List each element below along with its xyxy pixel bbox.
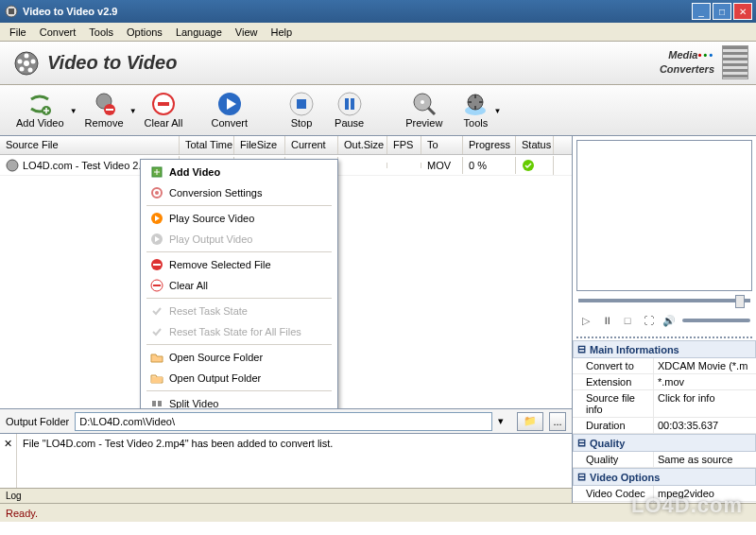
chevron-down-icon[interactable]: ▾ <box>498 415 511 427</box>
close-log-button[interactable]: ✕ <box>0 434 17 488</box>
menu-file[interactable]: File <box>4 25 32 40</box>
title-bar: Video to Video v2.9 _ □ ✕ <box>0 0 756 23</box>
menu-tools[interactable]: Tools <box>83 25 119 40</box>
svg-point-25 <box>7 160 18 171</box>
collapse-icon[interactable]: ⊟ <box>577 343 586 355</box>
remove-button[interactable]: Remove ▼ <box>75 89 134 131</box>
clear-icon <box>150 279 163 292</box>
svg-point-7 <box>20 66 25 71</box>
ctx-split-video[interactable]: Split Video <box>143 393 335 408</box>
section-main-info[interactable]: ⊟Main Informations <box>573 340 756 358</box>
output-folder-input[interactable] <box>75 412 492 431</box>
video-file-icon <box>6 159 19 172</box>
ctx-remove-selected[interactable]: Remove Selected File <box>143 254 335 275</box>
collapse-icon[interactable]: ⊟ <box>577 437 586 449</box>
minimize-button[interactable]: _ <box>692 3 711 20</box>
clear-icon <box>151 92 176 116</box>
check-icon <box>150 304 163 318</box>
collapse-icon[interactable]: ⊟ <box>577 471 586 483</box>
grid-body[interactable]: LO4D.com - Test Video 2.mp4 00:03:35 1.2… <box>0 155 572 408</box>
svg-rect-19 <box>345 98 349 110</box>
menu-convert[interactable]: Convert <box>34 25 82 40</box>
play-button[interactable]: ▷ <box>578 313 593 328</box>
stop-button[interactable]: Stop <box>279 89 324 131</box>
menu-help[interactable]: Help <box>265 25 298 40</box>
volume-slider[interactable] <box>682 319 750 322</box>
svg-rect-37 <box>158 401 162 406</box>
ctx-add-video[interactable]: Add Video <box>143 162 335 182</box>
preview-button[interactable]: Preview <box>395 89 453 131</box>
pause-button[interactable]: ⏸ <box>599 313 614 328</box>
ctx-open-output-folder[interactable]: Open Output Folder <box>143 368 335 388</box>
folder-open-icon <box>150 371 163 385</box>
ctx-open-source-folder[interactable]: Open Source Folder <box>143 347 335 368</box>
folder-icon <box>150 351 163 364</box>
volume-icon[interactable]: 🔊 <box>662 313 677 328</box>
col-outsize[interactable]: Out.Size <box>338 136 387 154</box>
play-icon <box>150 212 163 225</box>
ctx-reset-task: Reset Task State <box>143 301 335 321</box>
svg-rect-1 <box>9 9 14 14</box>
side-panel: ▷ ⏸ □ ⛶ 🔊 ⊟Main Informations Convert toX… <box>573 136 756 503</box>
svg-rect-12 <box>106 109 113 111</box>
prop-convert-to[interactable]: XDCAM Movie (*.m <box>654 358 756 373</box>
section-quality[interactable]: ⊟Quality <box>573 434 756 452</box>
ctx-clear-all[interactable]: Clear All <box>143 275 335 296</box>
check-icon <box>150 325 163 338</box>
col-filesize[interactable]: FileSize <box>234 136 285 154</box>
col-total-time[interactable]: Total Time <box>180 136 234 154</box>
log-tab[interactable]: Log <box>6 491 22 501</box>
app-name: Video to Video <box>47 52 177 74</box>
prop-extension[interactable]: *.mov <box>654 374 756 389</box>
chevron-down-icon[interactable]: ▼ <box>493 107 501 115</box>
svg-rect-33 <box>153 264 161 266</box>
tools-button[interactable]: Tools ▼ <box>453 89 498 131</box>
ctx-reset-all: Reset Task State for All Files <box>143 321 335 342</box>
app-icon <box>4 4 19 19</box>
svg-rect-14 <box>158 102 169 106</box>
close-button[interactable]: ✕ <box>733 3 752 20</box>
seek-bar[interactable] <box>573 295 756 306</box>
ctx-play-output: Play Output Video <box>143 229 335 250</box>
log-panel: ✕ File "LO4D.com - Test Video 2.mp4" has… <box>0 433 572 488</box>
stop-button[interactable]: □ <box>620 313 635 328</box>
more-button[interactable]: ... <box>549 412 566 431</box>
prop-video-size[interactable]: 1920x1080 <box>654 502 756 503</box>
browse-folder-button[interactable]: 📁 <box>517 412 543 431</box>
col-current[interactable]: Current <box>285 136 338 154</box>
play-icon <box>150 233 163 246</box>
context-menu: Add Video Conversion Settings Play Sourc… <box>140 159 338 408</box>
ctx-conversion-settings[interactable]: Conversion Settings <box>143 182 335 203</box>
menu-options[interactable]: Options <box>121 25 168 40</box>
main-toolbar: Add Video ▼ Remove ▼ Clear All Convert S… <box>0 85 756 136</box>
menu-view[interactable]: View <box>230 25 264 40</box>
menu-bar: File Convert Tools Options Language View… <box>0 23 756 42</box>
col-to[interactable]: To <box>421 136 463 154</box>
app-header: Video to Video Media••• Converters <box>0 42 756 85</box>
window-title: Video to Video v2.9 <box>23 6 692 17</box>
maximize-button[interactable]: □ <box>713 3 731 20</box>
ctx-play-source[interactable]: Play Source Video <box>143 208 335 229</box>
prop-duration[interactable]: 00:03:35.637 <box>654 418 756 433</box>
properties-panel[interactable]: ⊟Main Informations Convert toXDCAM Movie… <box>573 340 756 503</box>
remove-icon <box>92 92 116 116</box>
col-status[interactable]: Status <box>516 136 554 154</box>
convert-button[interactable]: Convert <box>201 89 259 131</box>
grid-header: Source File Total Time FileSize Current … <box>0 136 572 155</box>
prop-source-info[interactable]: Click for info <box>654 390 756 417</box>
prop-quality[interactable]: Same as source <box>654 452 756 467</box>
prop-video-codec[interactable]: mpeg2video <box>654 486 756 501</box>
col-fps[interactable]: FPS <box>387 136 421 154</box>
fullscreen-button[interactable]: ⛶ <box>641 313 656 328</box>
clear-all-button[interactable]: Clear All <box>134 89 194 131</box>
svg-point-4 <box>25 53 29 58</box>
col-source-file[interactable]: Source File <box>0 136 180 154</box>
section-video-options[interactable]: ⊟Video Options <box>573 468 756 486</box>
cell-progress: 0 % <box>463 157 516 174</box>
pause-button[interactable]: Pause <box>324 89 374 131</box>
add-icon <box>27 92 52 116</box>
menu-language[interactable]: Language <box>170 25 228 40</box>
add-video-button[interactable]: Add Video ▼ <box>6 89 75 131</box>
col-progress[interactable]: Progress <box>463 136 516 154</box>
svg-point-6 <box>28 67 33 72</box>
